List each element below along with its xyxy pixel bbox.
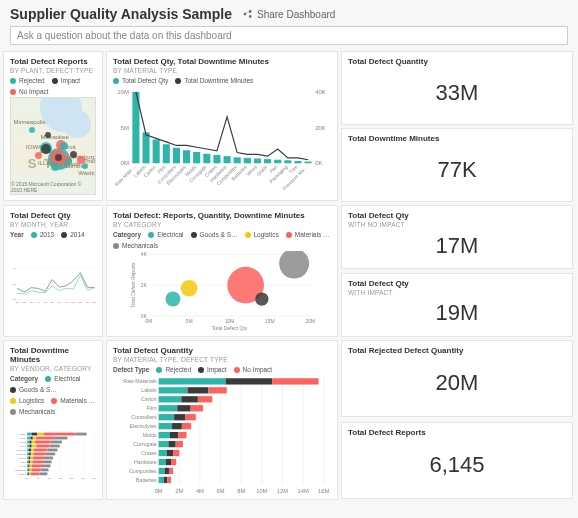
svg-text:Electrolytes: Electrolytes — [130, 423, 158, 429]
map-credit: © 2015 Microsoft Corporation © 2015 HERE — [11, 181, 93, 193]
svg-text:5M: 5M — [121, 125, 129, 131]
scatter-chart: 0K2K4K0M5M10M15M20MTotal Defect QtyTotal… — [113, 251, 331, 331]
svg-text:25K: 25K — [81, 477, 86, 479]
svg-rect-208 — [159, 450, 167, 456]
svg-text:ex-lam: ex-lam — [20, 465, 27, 467]
svg-rect-178 — [272, 378, 318, 384]
svg-text:12M: 12M — [277, 488, 288, 494]
legend-label: Category — [10, 375, 38, 382]
material-tile[interactable]: Total Defect Quantity BY MATERIAL TYPE, … — [106, 340, 338, 500]
svg-text:0K: 0K — [315, 160, 322, 166]
svg-text:Jan: Jan — [15, 301, 19, 303]
svg-rect-20 — [274, 160, 281, 164]
svg-rect-11 — [183, 150, 190, 163]
kpi-defect-reports[interactable]: Total Defect Reports 6,145 — [341, 422, 573, 499]
svg-rect-181 — [188, 387, 209, 393]
svg-rect-21 — [284, 160, 291, 163]
svg-rect-152 — [27, 472, 28, 475]
dashboard-grid: Total Defect Quantity 33M Total Defect R… — [0, 51, 578, 503]
svg-text:4M: 4M — [13, 267, 16, 270]
combo-chart: 0M5M10M0K20K40KRaw Mate…LabelsCartonFilm… — [113, 86, 331, 195]
svg-text:Crates: Crates — [141, 450, 157, 456]
svg-rect-12 — [193, 152, 200, 163]
svg-text:20K: 20K — [70, 477, 75, 479]
svg-rect-117 — [29, 449, 31, 452]
scatter-legend: Category Electrical Goods & S… Logistics… — [113, 231, 331, 249]
kpi-title: Total Defect Qty — [348, 211, 566, 220]
svg-rect-19 — [264, 159, 271, 163]
svg-text:20K: 20K — [315, 125, 326, 131]
svg-rect-105 — [29, 441, 31, 444]
svg-rect-153 — [28, 472, 29, 475]
scatter-tile[interactable]: Total Defect: Reports, Quantity, Downtim… — [106, 205, 338, 337]
svg-text:Sanlab: Sanlab — [20, 441, 27, 443]
svg-rect-9 — [163, 144, 170, 163]
svg-text:Molds: Molds — [143, 432, 157, 438]
svg-rect-186 — [198, 396, 212, 402]
svg-rect-190 — [191, 405, 203, 411]
legend-item: Goods & S… — [19, 386, 57, 393]
kpi-total-defect-qty[interactable]: Total Defect Quantity 33M — [341, 51, 573, 125]
svg-text:Jun: Jun — [50, 301, 54, 303]
svg-rect-146 — [27, 468, 28, 471]
legend-label: Category — [113, 231, 141, 238]
svg-rect-200 — [159, 432, 170, 438]
svg-rect-106 — [32, 441, 35, 444]
kpi-value: 17M — [348, 228, 566, 263]
svg-point-74 — [165, 292, 180, 307]
legend-item: Impact — [207, 366, 227, 373]
kpi-value: 6,145 — [348, 437, 566, 493]
vendor-tile[interactable]: Total Downtime Minutes BY VENDOR, CATEGO… — [3, 340, 103, 500]
svg-rect-221 — [164, 477, 168, 483]
svg-text:Nov: Nov — [85, 301, 90, 303]
svg-rect-192 — [159, 414, 174, 420]
tile-title: Total Defect Quantity — [113, 346, 331, 355]
share-dashboard-button[interactable]: Share Dashboard — [242, 9, 335, 20]
monthly-tile[interactable]: Total Defect Qty BY MONTH, YEAR Year 201… — [3, 205, 103, 337]
map-tile[interactable]: Total Defect Reports BY PLANT, DEFECT TY… — [3, 51, 103, 201]
combo-tile[interactable]: Total Defect Qty, Total Downtime Minutes… — [106, 51, 338, 201]
tile-title: Total Defect Reports — [10, 57, 96, 66]
svg-text:0M: 0M — [13, 298, 16, 301]
legend-item: Electrical — [157, 231, 183, 238]
legend-item: Impact — [61, 77, 81, 84]
svg-text:Quotelane: Quotelane — [17, 449, 28, 451]
svg-text:Controllers: Controllers — [131, 414, 157, 420]
legend-item: Rejected — [165, 366, 191, 373]
svg-rect-144 — [42, 464, 51, 467]
svg-rect-93 — [32, 433, 38, 436]
kpi-sub: WITH NO IMPACT — [348, 221, 566, 228]
combo-legend: Total Defect Qty Total Downtime Minutes — [113, 77, 331, 84]
svg-text:10M: 10M — [117, 89, 129, 95]
kpi-title: Total Defect Qty — [348, 279, 566, 288]
svg-text:Composites: Composites — [129, 468, 157, 474]
svg-rect-198 — [182, 423, 191, 429]
qna-input[interactable]: Ask a question about the data on this da… — [10, 26, 568, 45]
legend-item: Logistics — [19, 397, 44, 404]
svg-point-71 — [279, 251, 309, 279]
svg-rect-98 — [27, 437, 30, 440]
svg-text:10K: 10K — [48, 477, 53, 479]
svg-rect-99 — [31, 437, 33, 440]
tile-title: Total Defect Qty, Total Downtime Minutes — [113, 57, 331, 66]
material-legend: Defect Type Rejected Impact No Impact — [113, 366, 331, 373]
svg-rect-92 — [27, 433, 31, 436]
svg-rect-22 — [294, 161, 301, 163]
svg-rect-188 — [159, 405, 178, 411]
kpi-defect-no-impact[interactable]: Total Defect Qty WITH NO IMPACT 17M — [341, 205, 573, 269]
legend-item: Total Downtime Minutes — [184, 77, 253, 84]
kpi-value: 20M — [348, 355, 566, 411]
svg-rect-197 — [172, 423, 182, 429]
tile-subtitle: BY VENDOR, CATEGORY — [10, 365, 96, 372]
kpi-downtime-min[interactable]: Total Downtime Minutes 77K — [341, 128, 573, 202]
svg-rect-176 — [159, 378, 226, 384]
svg-rect-107 — [35, 441, 51, 444]
svg-text:ex-way: ex-way — [20, 445, 28, 447]
kpi-defect-impact[interactable]: Total Defect Qty WITH IMPACT 19M — [341, 273, 573, 337]
kpi-rejected-qty[interactable]: Total Rejected Defect Quantity 20M — [341, 340, 573, 417]
svg-rect-138 — [43, 461, 52, 464]
svg-rect-135 — [29, 461, 31, 464]
legend-item: Electrical — [54, 375, 80, 382]
svg-rect-216 — [159, 468, 165, 474]
svg-rect-134 — [27, 461, 28, 464]
